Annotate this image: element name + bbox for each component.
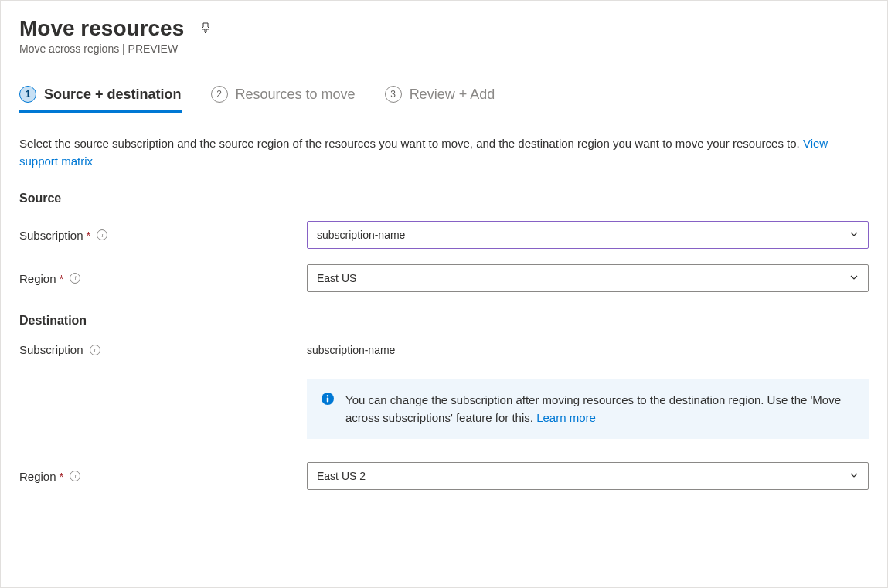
select-value: subscription-name [317,229,405,241]
tab-step-number: 3 [385,86,402,103]
learn-more-link[interactable]: Learn more [536,411,596,424]
tab-source-destination[interactable]: 1 Source + destination [19,86,182,113]
tab-label: Resources to move [236,87,356,103]
svg-rect-2 [327,398,328,403]
page-title: Move resources [19,16,184,41]
chevron-down-icon [849,229,859,241]
required-indicator: * [60,272,64,285]
tab-label: Review + Add [410,87,495,103]
source-region-label: Region * i [19,272,307,285]
step-description: Select the source subscription and the s… [19,135,869,170]
tab-label: Source + destination [44,87,182,103]
source-subscription-label: Subscription * i [19,229,307,242]
required-indicator: * [87,229,91,242]
destination-section-title: Destination [19,314,869,328]
source-region-select[interactable]: East US [307,264,869,292]
destination-subscription-label: Subscription i [19,343,307,356]
tab-review-add[interactable]: 3 Review + Add [385,86,495,113]
tab-step-number: 1 [19,86,36,103]
pin-icon [199,22,212,36]
info-circle-icon [321,392,335,427]
tab-resources-to-move[interactable]: 2 Resources to move [211,86,356,113]
info-icon[interactable]: i [90,345,100,355]
chevron-down-icon [849,471,859,482]
destination-subscription-value: subscription-name [307,344,395,356]
destination-region-label: Region * i [19,470,307,483]
required-indicator: * [60,470,64,483]
pin-button[interactable] [196,19,215,39]
info-icon[interactable]: i [97,229,107,240]
source-section-title: Source [19,192,869,206]
destination-region-select[interactable]: East US 2 [307,462,869,490]
info-icon[interactable]: i [70,471,80,481]
svg-point-1 [327,395,329,397]
info-banner: You can change the subscription after mo… [307,379,869,439]
source-subscription-select[interactable]: subscription-name [307,221,869,249]
tab-step-number: 2 [211,86,228,103]
select-value: East US [317,272,356,284]
select-value: East US 2 [317,470,366,482]
info-icon[interactable]: i [70,273,80,284]
page-subtitle: Move across regions | PREVIEW [19,42,869,55]
chevron-down-icon [849,273,859,284]
wizard-tabs: 1 Source + destination 2 Resources to mo… [19,86,869,114]
